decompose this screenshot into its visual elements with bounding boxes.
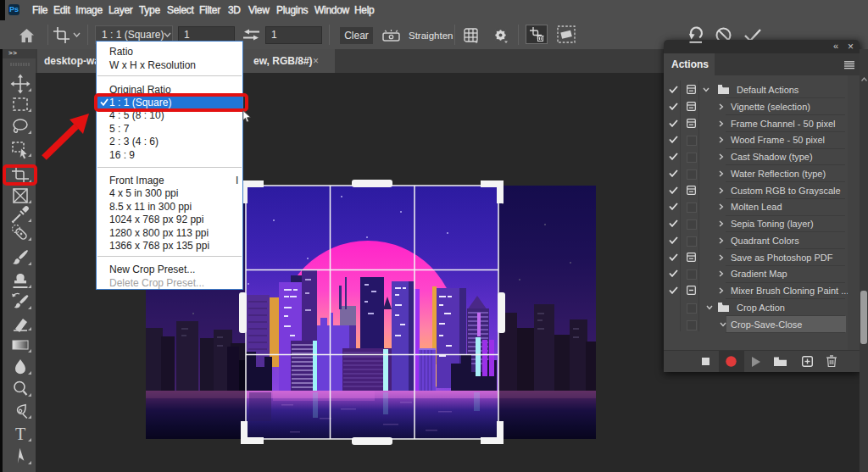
svg-text:T: T	[15, 425, 25, 443]
